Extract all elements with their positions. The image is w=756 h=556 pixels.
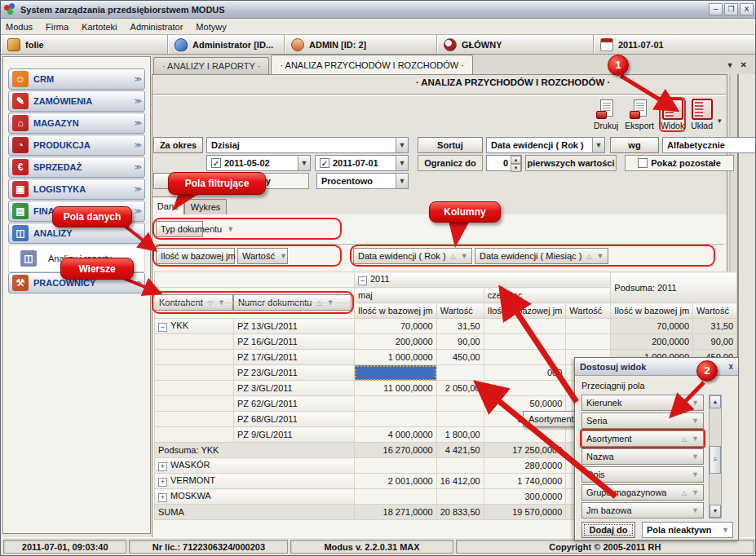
group-cell[interactable]: −YKK (155, 319, 234, 334)
date-to-picker[interactable]: ✓2011-07-01▼ (315, 155, 409, 171)
date-to-checkbox[interactable]: ✓ (320, 158, 329, 168)
chevron-down-icon[interactable]: ▼ (722, 526, 732, 534)
toolbar-segment[interactable]: ADMIN [ID: 2] (285, 35, 437, 54)
document-cell[interactable]: PZ 62/GL/2011 (234, 396, 355, 412)
value-cell[interactable] (436, 412, 484, 427)
group-label-cell[interactable]: +VERMONT (155, 474, 355, 489)
sidebar-item-magazyn[interactable]: ⌂MAGAZYN≫ (8, 113, 145, 134)
value-cell[interactable]: 16 270,0000 (355, 443, 437, 458)
document-cell[interactable]: PZ 3/GL/2011 (234, 381, 355, 396)
value-cell[interactable] (355, 489, 437, 505)
tool-układ[interactable]: Układ (689, 97, 714, 132)
tab-wykres[interactable]: Wykres (184, 199, 227, 214)
minimize-button[interactable]: – (709, 3, 723, 15)
chevron-down-icon[interactable]: ▼ (396, 156, 408, 170)
limit-spinner[interactable]: 0▲▼ (486, 155, 522, 171)
value-header[interactable]: Wartość (693, 303, 737, 319)
field-item-grupa-magazynowa[interactable]: Grupa magazynowa△▼ (581, 484, 704, 501)
spinner-up-icon[interactable]: ▲ (511, 156, 521, 164)
tab-list-dropdown-icon[interactable]: ▾ (728, 60, 732, 69)
data-field-wartosc[interactable]: Wartość▼ (237, 248, 288, 264)
date-from-picker[interactable]: ✓2011-05-02▼ (206, 155, 311, 171)
value-cell[interactable] (355, 365, 437, 381)
value-cell[interactable]: 200,0000 (611, 334, 693, 350)
scroll-up-icon[interactable]: ▲ (710, 395, 721, 408)
tab-inactive[interactable]: · ANALIZY I RAPORTY · (153, 57, 269, 74)
value-cell[interactable]: 280,0000 (484, 458, 566, 474)
value-cell[interactable] (484, 334, 566, 350)
collapse-icon[interactable]: − (358, 276, 367, 285)
document-cell[interactable]: PZ 17/GL/2011 (234, 350, 355, 365)
value-cell[interactable] (355, 396, 437, 412)
value-cell[interactable]: 300,0000 (484, 489, 566, 505)
chevron-down-icon[interactable]: ≫ (135, 207, 141, 215)
value-cell[interactable] (484, 381, 566, 396)
value-cell[interactable]: 20 833,50 (436, 505, 484, 520)
collapse-icon[interactable]: − (158, 323, 167, 332)
value-cell[interactable] (566, 319, 611, 334)
expand-icon[interactable]: + (158, 493, 167, 502)
value-cell[interactable]: 4 421,50 (436, 443, 484, 458)
document-cell[interactable]: PZ 68/GL/2011 (234, 412, 355, 427)
sort-field-select[interactable]: Data ewidencji ( Rok )▼ (486, 137, 605, 153)
value-cell[interactable]: 70,0000 (611, 319, 693, 334)
chevron-down-icon[interactable]: ▼ (692, 488, 699, 496)
value-cell[interactable]: 50,0000 (484, 396, 566, 412)
value-cell[interactable]: 31,50 (693, 319, 737, 334)
tab-dane[interactable]: Dane (152, 196, 184, 214)
toolbar-overflow-icon[interactable]: ▾ (718, 117, 722, 125)
value-cell[interactable]: 31,50 (436, 319, 484, 334)
value-cell[interactable]: 19 570,0000 (484, 505, 566, 520)
field-item-kierunek[interactable]: Kierunek▼ (581, 395, 704, 411)
column-field-rok[interactable]: Data ewidencji ( Rok )△▼ (353, 248, 472, 264)
value-cell[interactable] (566, 334, 611, 350)
chevron-down-icon[interactable]: ▼ (298, 156, 310, 170)
value-cell[interactable]: 2 050,00 (436, 381, 484, 396)
chevron-down-icon[interactable]: ≫ (135, 279, 141, 287)
value-header[interactable]: Wartość (566, 303, 611, 319)
chevron-down-icon[interactable]: ▼ (227, 225, 234, 233)
field-item-opis[interactable]: Opis▼ (581, 466, 704, 483)
procentowo-select[interactable]: Procentowo▼ (316, 173, 409, 189)
chevron-down-icon[interactable]: ▼ (396, 174, 408, 188)
value-cell[interactable]: 70,0000 (355, 319, 437, 334)
menu-item-modus[interactable]: Modus (6, 22, 33, 32)
period-select[interactable]: Dzisiaj▼ (206, 137, 409, 153)
filter-field-typ-dokumentu[interactable]: Typ dokumentu▼ (156, 221, 203, 237)
menu-item-motywy[interactable]: Motywy (196, 22, 226, 32)
expand-icon[interactable]: + (158, 462, 167, 471)
sort-order-select[interactable]: Alfabetycznie (662, 137, 755, 153)
field-item-asortyment[interactable]: Asortyment△▼ (581, 430, 704, 447)
value-cell[interactable]: 16 412,00 (436, 474, 484, 489)
value-cell[interactable] (436, 396, 484, 412)
month-header[interactable]: maj (355, 288, 484, 303)
value-cell[interactable]: 1 000,0000 (355, 350, 437, 365)
tool-widok[interactable]: Widok (659, 97, 686, 132)
value-cell[interactable]: 17 250,0000 (484, 443, 566, 458)
chevron-down-icon[interactable]: ≫ (135, 119, 141, 127)
value-cell[interactable]: 000 (484, 365, 566, 381)
chevron-down-icon[interactable]: ▼ (461, 252, 468, 260)
month-header[interactable]: czerwiec (484, 288, 611, 303)
value-cell[interactable] (355, 412, 437, 427)
expand-icon[interactable]: + (158, 478, 167, 487)
sortuj-button[interactable]: Sortuj (418, 137, 483, 153)
sidebar-item-zamówienia[interactable]: ✎ZAMÓWIENIA≫ (8, 90, 145, 112)
menu-item-firma[interactable]: Firma (46, 22, 69, 32)
data-field-ilosc[interactable]: Ilość w bazowej jm▼ (156, 248, 235, 264)
chevron-down-icon[interactable]: ▼ (692, 506, 699, 514)
wg-button[interactable]: wg (610, 137, 659, 153)
za-okres-button[interactable]: Za okres (153, 137, 203, 153)
value-header[interactable]: Ilość w bazowej jm (484, 303, 566, 319)
chevron-down-icon[interactable]: ≫ (135, 163, 141, 171)
chevron-down-icon[interactable]: ▼ (592, 138, 604, 152)
field-list-scrollbar[interactable]: ▲ ≡ ▼ (709, 395, 722, 518)
chevron-down-icon[interactable]: ▼ (280, 252, 287, 260)
value-cell[interactable]: 2 001,0000 (355, 474, 437, 489)
chevron-down-icon[interactable]: ▼ (692, 470, 699, 479)
value-cell[interactable] (484, 427, 566, 443)
toolbar-segment[interactable]: 2011-07-01 (594, 35, 756, 54)
close-button[interactable]: X (740, 3, 754, 15)
field-item-nazwa[interactable]: Nazwa▼ (581, 448, 704, 465)
dodaj-do-button[interactable]: Dodaj do (581, 522, 635, 538)
